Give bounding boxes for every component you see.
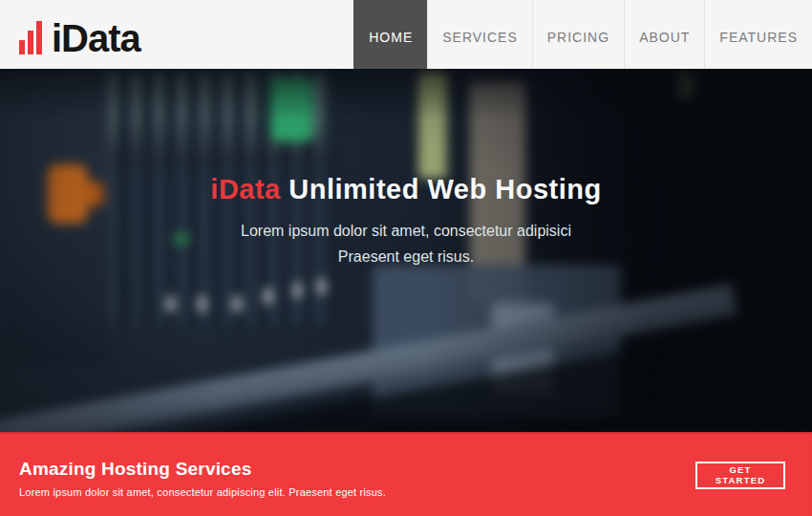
bar-chart-icon-bar <box>36 21 42 54</box>
nav-item-about[interactable]: ABOUT <box>624 0 704 69</box>
cta-text: Amazing Hosting Services Lorem ipsum dol… <box>19 459 386 498</box>
logo-text: iData <box>52 23 140 54</box>
bar-chart-icon-bar <box>28 31 33 54</box>
nav-item-services[interactable]: SERVICES <box>427 0 532 69</box>
nav-item-home[interactable]: HOME <box>353 0 427 69</box>
site-header: iData HOME SERVICES PRICING ABOUT FEATUR… <box>0 0 812 69</box>
nav-item-pricing[interactable]: PRICING <box>532 0 624 69</box>
idata-landing-page: iData HOME SERVICES PRICING ABOUT FEATUR… <box>0 0 812 516</box>
cta-heading: Amazing Hosting Services <box>19 459 386 480</box>
hero-subtitle-line1: Lorem ipsum dolor sit amet, consectetur … <box>241 223 571 239</box>
bar-chart-icon-bar <box>19 40 25 54</box>
get-started-button[interactable]: GET STARTED <box>695 462 785 489</box>
cta-bar: Amazing Hosting Services Lorem ipsum dol… <box>0 432 812 516</box>
hero-content: iData Unlimited Web Hosting Lorem ipsum … <box>0 69 812 269</box>
nav-item-features[interactable]: FEATURES <box>704 0 812 69</box>
bar-chart-icon <box>19 21 45 54</box>
hero-title-rest: Unlimited Web Hosting <box>288 174 601 204</box>
hero-section: iData Unlimited Web Hosting Lorem ipsum … <box>0 69 812 432</box>
hero-subtitle-line2: Praesent eget risus. <box>338 248 474 265</box>
hero-title-accent: iData <box>210 174 280 204</box>
main-nav: HOME SERVICES PRICING ABOUT FEATURES <box>353 0 812 69</box>
logo[interactable]: iData <box>0 0 140 69</box>
cta-subtext: Lorem ipsum dolor sit amet, consectetur … <box>19 486 386 498</box>
hero-subtitle: Lorem ipsum dolor sit amet, consectetur … <box>0 218 812 269</box>
hero-title: iData Unlimited Web Hosting <box>0 174 812 205</box>
